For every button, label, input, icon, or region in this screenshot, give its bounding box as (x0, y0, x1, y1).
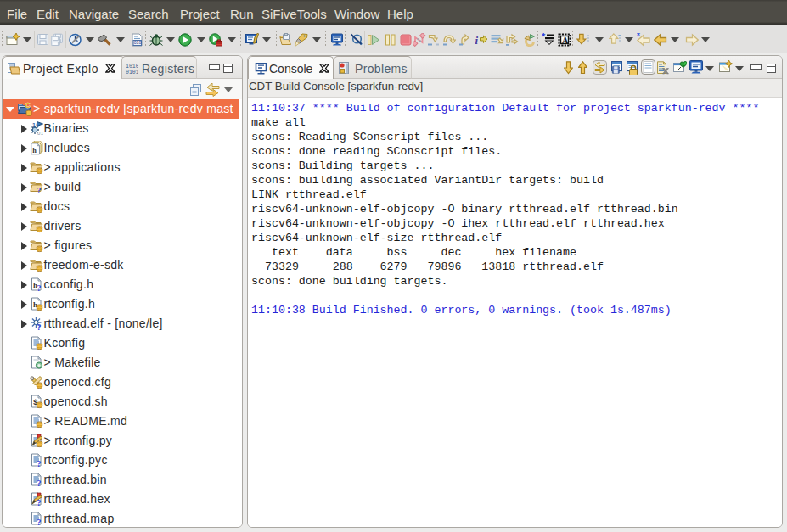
svg-text:C: C (25, 101, 31, 109)
svg-text:?: ? (37, 518, 42, 526)
svg-text:01: 01 (37, 131, 43, 136)
svg-text:A: A (562, 36, 569, 45)
svg-text:?: ? (37, 479, 42, 487)
svg-text:1010: 1010 (126, 64, 138, 70)
svg-text:?: ? (37, 283, 42, 292)
svg-text:?: ? (37, 459, 42, 468)
svg-text:?: ? (37, 186, 42, 194)
svg-text:0101: 0101 (126, 70, 138, 75)
svg-text:010: 010 (134, 40, 142, 45)
svg-text:*: * (637, 33, 640, 41)
svg-text:h: h (32, 147, 37, 154)
svg-text:i: i (475, 34, 479, 47)
svg-text:?: ? (37, 498, 42, 507)
svg-text:?: ? (37, 322, 42, 331)
